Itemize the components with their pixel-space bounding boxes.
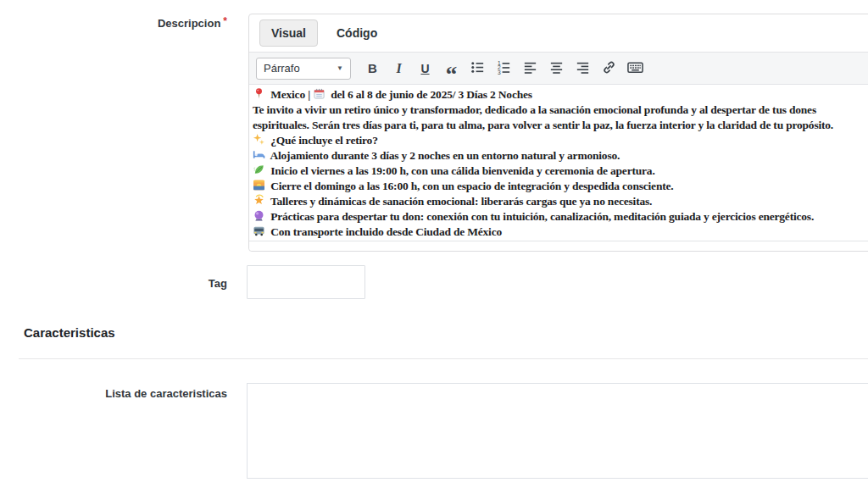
editor-text: Prácticas para despertar tu don: conexió… — [268, 210, 814, 223]
sunrise-emoji-icon — [253, 179, 266, 191]
paragraph-format-select[interactable]: Párrafo ▼ — [256, 58, 351, 80]
tab-codigo[interactable]: Código — [337, 26, 377, 40]
align-center-icon — [548, 59, 565, 78]
editor-paragraph: Cierre el domingo a las 16:00 h, con un … — [253, 179, 868, 194]
editor-text: Mexico | — [268, 88, 313, 101]
editor-text: del 6 al 8 de junio de 2025/ 3 Días 2 No… — [328, 88, 532, 101]
leaf-emoji-icon — [253, 164, 266, 176]
editor-text: Con transporte incluido desde Ciudad de … — [268, 225, 502, 238]
rich-text-editor: Visual Código Párrafo ▼ BIU“123 Mexico |… — [248, 14, 868, 252]
toolbar-toggle-icon — [626, 59, 644, 78]
editor-paragraph: Prácticas para despertar tu don: conexió… — [253, 209, 868, 225]
toolbar-bulleted-list-button[interactable] — [466, 58, 489, 80]
editor-mode-tabs: Visual Código — [249, 14, 868, 52]
toolbar-blockquote-button[interactable]: “ — [440, 58, 463, 80]
pin-emoji-icon — [253, 87, 266, 100]
toolbar-buttons: BIU“123 — [361, 58, 647, 80]
editor-text: Te invito a vivir un retiro único y tran… — [253, 103, 816, 116]
bulleted-list-icon — [470, 59, 486, 78]
editor-statusbar — [249, 241, 868, 251]
section-divider — [19, 358, 868, 359]
tab-visual[interactable]: Visual — [259, 19, 318, 47]
editor-text: Alojamiento durante 3 días y 2 noches en… — [268, 149, 620, 162]
editor-content-area[interactable]: Mexico | del 6 al 8 de junio de 2025/ 3 … — [249, 85, 868, 241]
editor-paragraph: Mexico | del 6 al 8 de junio de 2025/ 3 … — [253, 87, 868, 103]
bed-emoji-icon — [253, 148, 266, 161]
calendar-emoji-icon — [313, 87, 326, 100]
toolbar-align-center-button[interactable] — [545, 58, 568, 80]
descripcion-label: Descripcion* — [0, 15, 227, 30]
toolbar-align-right-button[interactable] — [571, 58, 594, 80]
blockquote-icon: “ — [446, 71, 458, 78]
editor-text: ¿Qué incluye el retiro? — [268, 134, 378, 147]
tag-input[interactable] — [247, 265, 365, 299]
italic-icon: I — [396, 61, 401, 76]
editor-paragraph: Inicio el viernes a las 19:00 h, con una… — [253, 164, 868, 179]
toolbar-numbered-list-button[interactable]: 123 — [492, 58, 515, 80]
dizzy-emoji-icon — [253, 194, 266, 207]
section-heading-caracteristicas: Caracteristicas — [24, 325, 115, 340]
editor-paragraph: Te invito a vivir un retiro único y tran… — [253, 103, 868, 118]
editor-paragraph: espirituales. Serán tres días para ti, p… — [253, 118, 868, 133]
lista-caracteristicas-label: Lista de caracteristicas — [0, 387, 227, 400]
tag-label: Tag — [0, 277, 227, 290]
toolbar-link-button[interactable] — [598, 58, 620, 80]
descripcion-label-text: Descripcion — [158, 17, 220, 30]
toolbar-italic-button[interactable]: I — [387, 58, 410, 80]
lista-caracteristicas-textarea[interactable] — [247, 383, 868, 479]
align-right-icon — [575, 59, 591, 78]
toolbar-toolbar-toggle-button[interactable] — [624, 58, 647, 80]
editor-text: Inicio el viernes a las 19:00 h, con una… — [268, 164, 655, 177]
editor-paragraph: Alojamiento durante 3 días y 2 noches en… — [253, 148, 868, 164]
chevron-down-icon: ▼ — [337, 64, 343, 72]
crystal-ball-emoji-icon — [253, 209, 266, 222]
editor-paragraph: ¿Qué incluye el retiro? — [253, 133, 868, 148]
toolbar-align-left-button[interactable] — [519, 58, 542, 80]
svg-text:3: 3 — [498, 69, 501, 75]
bold-icon: B — [368, 61, 377, 75]
format-select-value: Párrafo — [264, 62, 300, 75]
editor-paragraph: Con transporte incluido desde Ciudad de … — [253, 225, 868, 240]
align-left-icon — [522, 59, 538, 78]
page: Descripcion* Visual Código Párrafo ▼ BIU… — [0, 0, 868, 488]
editor-text: espirituales. Serán tres días para ti, p… — [253, 119, 833, 131]
numbered-list-icon: 123 — [496, 59, 512, 78]
editor-toolbar: Párrafo ▼ BIU“123 — [249, 52, 868, 85]
editor-paragraph: Talleres y dinámicas de sanación emocion… — [253, 194, 868, 209]
bus-emoji-icon — [253, 225, 266, 237]
sparkles-emoji-icon — [253, 133, 266, 146]
toolbar-bold-button[interactable]: B — [361, 58, 384, 80]
underline-icon: U — [420, 62, 429, 75]
editor-text: Talleres y dinámicas de sanación emocion… — [268, 195, 652, 208]
toolbar-underline-button[interactable]: U — [414, 58, 437, 80]
link-icon — [601, 59, 617, 78]
editor-text: Cierre el domingo a las 16:00 h, con un … — [268, 180, 673, 192]
required-asterisk: * — [223, 15, 227, 27]
